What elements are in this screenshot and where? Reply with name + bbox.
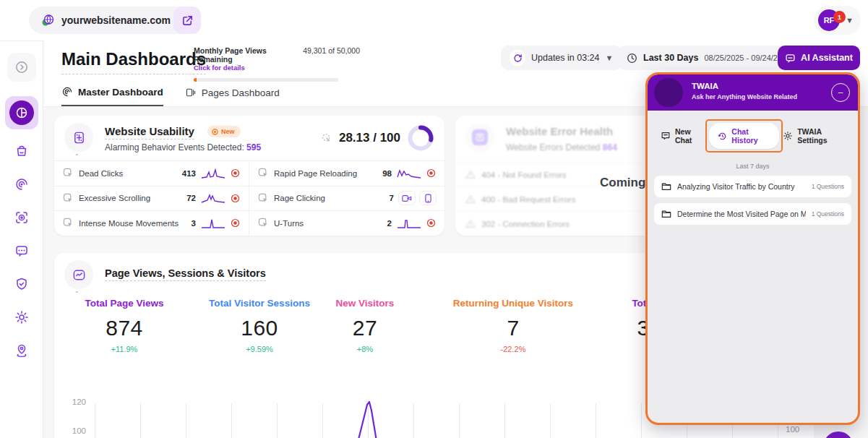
shield-check-icon	[14, 277, 29, 291]
record-icon[interactable]	[231, 218, 240, 228]
gear-icon	[783, 131, 793, 141]
mpv-progress-fill	[194, 78, 197, 82]
pageviews-title: Page Views, Sessions & Visitors	[105, 267, 266, 281]
left-sidebar	[0, 40, 43, 438]
record-icon[interactable]	[231, 194, 240, 203]
sidebar-item-dashboard[interactable]	[5, 96, 38, 129]
sparkline	[201, 168, 225, 179]
mpv-progress-bar	[194, 78, 338, 82]
dashboard-tabs: Master Dashboard Pages Dashboard	[61, 86, 280, 106]
sidebar-item-feedback[interactable]	[7, 236, 36, 265]
date-range-label: Last 30 Days	[643, 53, 698, 63]
warning-triangle-icon	[465, 194, 476, 204]
collapse-icon	[14, 60, 29, 74]
cursor-click-icon	[63, 193, 74, 204]
record-icon[interactable]	[426, 218, 436, 228]
pages-icon	[185, 87, 197, 98]
twaia-avatar	[654, 78, 683, 107]
tab-master-dashboard[interactable]: Master Dashboard	[61, 86, 163, 106]
cursor-click-icon	[63, 168, 74, 179]
new-badge: New	[207, 126, 241, 137]
dashboard-icon	[9, 100, 34, 125]
chevron-down-icon: ▼	[606, 53, 614, 62]
updates-dropdown[interactable]: Updates in 03:24 ▼	[501, 46, 622, 70]
ai-assistant-button[interactable]: AI Assistant	[778, 46, 860, 70]
sparkline	[201, 193, 225, 203]
sidebar-item-visitors[interactable]	[7, 336, 36, 365]
website-usability-card: ⌄ Website Usability New Alarming Behavio…	[54, 116, 444, 236]
usability-row-intense-mouse[interactable]: Intense Mouse Movements 3	[54, 210, 249, 236]
folder-icon	[661, 182, 671, 191]
open-website-button[interactable]	[173, 7, 201, 34]
tab-twaia-settings[interactable]: TWAIA Settings	[783, 127, 848, 145]
feedback-chat-icon	[14, 244, 29, 258]
spiral-icon	[61, 86, 73, 98]
sidebar-item-heatmaps[interactable]	[7, 170, 36, 199]
external-link-icon	[181, 14, 194, 27]
video-recording-icon[interactable]	[399, 192, 415, 205]
cursor-click-icon	[258, 168, 269, 179]
sparkline	[397, 218, 421, 228]
usability-metrics: Dead Clicks 413 Rapid Page Reloading 98 …	[54, 160, 444, 236]
y-axis-right-tick: 100	[786, 425, 807, 434]
twaia-tabs: New Chat Chat History TWAIA Settings	[648, 111, 858, 157]
sidebar-item-security[interactable]	[7, 270, 36, 299]
chart-line-spike	[354, 400, 386, 438]
heatmap-spiral-icon	[14, 177, 29, 192]
mpv-details-link[interactable]: Click for details	[194, 64, 360, 72]
history-icon	[718, 132, 727, 141]
metric-returning-unique-visitors: Returning Unique Visitors 7 -22.2%	[444, 298, 582, 353]
chat-bubble-icon	[785, 53, 796, 64]
history-item[interactable]: Determine the Most Visited Page on My We…	[654, 203, 851, 225]
usability-card-icon[interactable]	[64, 123, 93, 152]
avatar: RF 1	[818, 9, 840, 31]
pageviews-card-icon[interactable]	[64, 260, 93, 289]
chevron-down-icon: ▼	[846, 16, 854, 25]
usability-row-u-turns[interactable]: U-Turns 2	[249, 210, 444, 236]
minimize-button[interactable]: −	[831, 83, 850, 102]
twaia-subtitle: Ask her Anything Website Related	[692, 93, 797, 100]
mpv-label: Monthly Page Views Remaining	[194, 46, 298, 64]
record-icon[interactable]	[231, 168, 240, 178]
tab-chat-history[interactable]: Chat History	[709, 123, 779, 149]
settings-gear-icon	[14, 310, 29, 325]
sidebar-collapse-button[interactable]	[7, 53, 36, 82]
minus-icon: −	[838, 87, 843, 98]
warning-triangle-icon	[465, 219, 476, 228]
usability-row-excessive-scrolling[interactable]: Excessive Scrolling 72	[54, 186, 249, 211]
sidebar-item-settings[interactable]	[7, 303, 36, 332]
ai-assistant-label: AI Assistant	[801, 53, 853, 63]
top-bar: yourwebsitename.com ▼ RF 1 ▼	[0, 0, 868, 40]
error-health-title: Website Error Health	[506, 125, 613, 139]
metric-new-visitors: New Visitors 27 +8%	[296, 298, 434, 353]
history-item[interactable]: Analyzing Visitor Traffic by Country 1 Q…	[654, 176, 851, 197]
refresh-icon	[510, 50, 525, 66]
score-cursor-icon	[321, 132, 332, 144]
session-recording-icon	[14, 210, 29, 225]
device-phone-icon[interactable]	[420, 192, 436, 205]
usability-row-dead-clicks[interactable]: Dead Clicks 413	[54, 160, 249, 186]
sidebar-item-store[interactable]	[7, 137, 36, 166]
metric-total-page-views: Total Page Views 874 +11.9%	[56, 298, 193, 353]
sparkline	[201, 218, 225, 228]
tab-pages-dashboard[interactable]: Pages Dashboard	[185, 86, 280, 106]
clock-icon	[627, 53, 637, 64]
cursor-click-icon	[258, 193, 269, 204]
updates-label: Updates in 03:24	[531, 53, 600, 63]
website-selector[interactable]: yourwebsitename.com ▼	[29, 7, 197, 34]
record-icon[interactable]	[426, 168, 436, 178]
twaia-header: TWAIA Ask her Anything Website Related −	[648, 74, 858, 111]
error-health-subtitle: Website Errors Detected 864	[506, 142, 617, 153]
new-chat-icon	[661, 131, 671, 141]
sparkline	[397, 168, 421, 179]
usability-row-rapid-reloading[interactable]: Rapid Page Reloading 98	[249, 160, 444, 186]
error-health-icon	[465, 123, 494, 152]
sidebar-item-recordings[interactable]	[7, 203, 36, 232]
website-name: yourwebsitename.com	[61, 14, 171, 26]
user-menu[interactable]: RF 1 ▼	[814, 6, 861, 35]
usability-row-rage-clicking[interactable]: Rage Clicking 7	[249, 186, 444, 211]
analytics-dashboard: yourwebsitename.com ▼ RF 1 ▼	[0, 0, 868, 438]
usability-title: Website Usability	[105, 125, 194, 139]
tab-new-chat[interactable]: New Chat	[661, 127, 705, 145]
page-title: Main Dashboards	[61, 49, 206, 74]
